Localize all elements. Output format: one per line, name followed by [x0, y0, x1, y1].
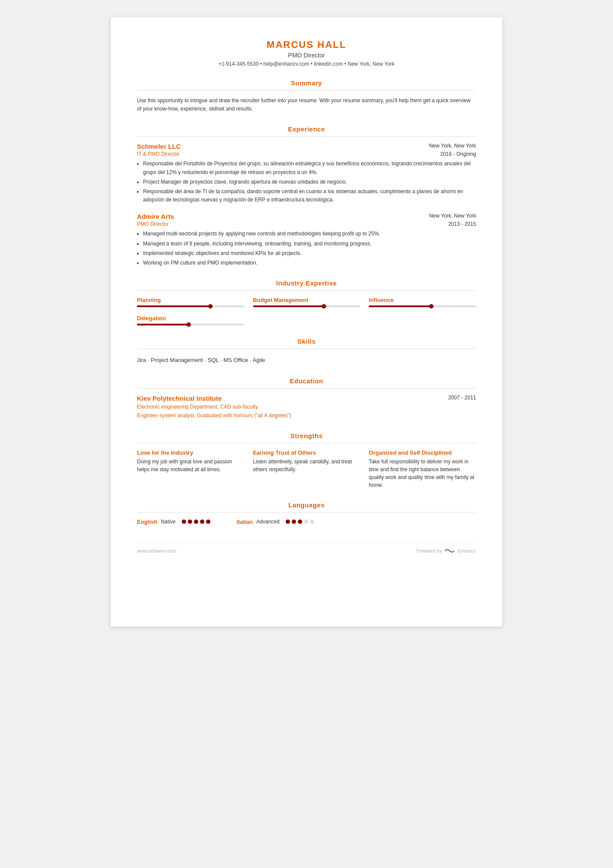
- summary-section: Summary Use this opportunity to intrigue…: [137, 79, 476, 113]
- exp-location: New York, New York: [429, 143, 476, 149]
- exp-role-line: IT & PMO Director2016 - Ongoing: [137, 151, 476, 157]
- edu-left: Kiev Polytechnical InstituteElectronic e…: [137, 395, 291, 419]
- dot-empty: [304, 519, 308, 524]
- summary-title: Summary: [137, 79, 476, 87]
- language-name: English: [137, 519, 157, 525]
- exp-header: Schmeler LLCNew York, New York: [137, 143, 476, 150]
- resume-page: MARCUS HALL PMO Director +1-914-345-5530…: [111, 17, 502, 627]
- exp-dates: 2013 - 2015: [448, 221, 476, 227]
- language-dots: [182, 519, 210, 524]
- exp-bullet-item: Responsable del área de TI de la compañí…: [143, 188, 476, 204]
- exp-company: Admire Arts: [137, 213, 174, 220]
- dot-filled: [188, 519, 192, 524]
- exp-role-line: PMO Director2013 - 2015: [137, 221, 476, 227]
- language-name: Italian: [237, 519, 253, 525]
- strength-desc: Listen attentively, speak candidly, and …: [253, 458, 360, 473]
- skill-bar-fill: [369, 305, 433, 307]
- experience-entry: Admire ArtsNew York, New YorkPMO Directo…: [137, 213, 476, 267]
- strength-desc: Take full responsibility to deliver my w…: [369, 458, 476, 489]
- experience-entries: Schmeler LLCNew York, New YorkIT & PMO D…: [137, 143, 476, 267]
- languages-row: EnglishNativeItalianAdvanced: [137, 519, 476, 525]
- skill-bar-fill: [137, 324, 190, 325]
- page-footer: www.enhancv.com Powered by Enhancv: [137, 543, 476, 554]
- footer-brand: Powered by Enhancv: [416, 547, 476, 554]
- experience-title: Experience: [137, 125, 476, 133]
- exp-bullet-item: Project Manager de proyectos clave, logr…: [143, 178, 476, 186]
- education-section: Education Kiev Polytechnical InstituteEl…: [137, 377, 476, 419]
- powered-by-label: Powered by: [416, 548, 442, 553]
- strength-item: Organized and Self DisciplinedTake full …: [369, 449, 476, 489]
- strength-title: Love for the Industry: [137, 449, 244, 456]
- education-divider: [137, 388, 476, 389]
- skill-bar-bg: [369, 305, 476, 307]
- skill-bar-bg: [137, 324, 244, 325]
- languages-divider: [137, 512, 476, 513]
- dot-filled: [286, 519, 290, 524]
- footer-brand-name: Enhancv: [457, 548, 476, 553]
- languages-section: Languages EnglishNativeItalianAdvanced: [137, 501, 476, 525]
- dot-filled: [298, 519, 302, 524]
- exp-role: IT & PMO Director: [137, 151, 180, 157]
- exp-bullet-item: Implemented strategic objectives and mon…: [143, 249, 476, 258]
- skills-divider: [137, 349, 476, 349]
- enhancv-logo-icon: [444, 547, 455, 554]
- exp-header: Admire ArtsNew York, New York: [137, 213, 476, 220]
- education-entries: Kiev Polytechnical InstituteElectronic e…: [137, 395, 476, 419]
- edu-detail: Engineer-system analyst, Graduated with …: [137, 412, 291, 420]
- dot-filled: [194, 519, 198, 524]
- strengths-grid: Love for the IndustryDoing my job with g…: [137, 449, 476, 489]
- skill-item: Planning: [137, 297, 244, 307]
- exp-location: New York, New York: [429, 213, 476, 219]
- strength-title: Earning Trust of Others: [253, 449, 360, 456]
- experience-divider: [137, 136, 476, 137]
- edu-header: Kiev Polytechnical InstituteElectronic e…: [137, 395, 476, 419]
- language-item: ItalianAdvanced: [237, 519, 314, 525]
- summary-divider: [137, 90, 476, 90]
- footer-website: www.enhancv.com: [137, 548, 177, 553]
- edu-detail: Electronic engineering Department, CAD s…: [137, 403, 291, 411]
- language-level: Native: [161, 519, 176, 525]
- skill-bar-dot: [208, 304, 213, 308]
- skill-item: Budget Management: [253, 297, 360, 307]
- experience-section: Experience Schmeler LLCNew York, New Yor…: [137, 125, 476, 267]
- industry-skills-grid: PlanningBudget ManagementInfluenceDelega…: [137, 297, 476, 325]
- exp-bullet-item: Working on PM culture and PMO implementa…: [143, 259, 476, 267]
- edu-dates: 2007 - 2011: [448, 395, 476, 401]
- skill-bar-dot: [429, 304, 433, 308]
- skill-item: Influence: [369, 297, 476, 307]
- industry-expertise-title: Industry Expertise: [137, 279, 476, 287]
- industry-expertise-section: Industry Expertise PlanningBudget Manage…: [137, 279, 476, 325]
- exp-bullet-item: Responsable del Portafolio de Proyectos …: [143, 160, 476, 176]
- skill-bar-fill: [253, 305, 326, 307]
- education-title: Education: [137, 377, 476, 385]
- skill-bar-dot: [187, 322, 191, 327]
- skill-label: Delegation: [137, 315, 244, 322]
- skill-bar-dot: [322, 304, 326, 308]
- summary-text: Use this opportunity to intrigue and dra…: [137, 97, 476, 113]
- dot-filled: [200, 519, 204, 524]
- strengths-section: Strengths Love for the IndustryDoing my …: [137, 432, 476, 489]
- strength-desc: Doing my job with great love and passion…: [137, 458, 244, 473]
- exp-bullet-item: Managed multi-sectoral projects by apply…: [143, 230, 476, 238]
- experience-entry: Schmeler LLCNew York, New YorkIT & PMO D…: [137, 143, 476, 204]
- edu-school: Kiev Polytechnical Institute: [137, 395, 291, 402]
- language-level: Advanced: [257, 519, 280, 525]
- candidate-title: PMO Director: [137, 52, 476, 59]
- resume-header: MARCUS HALL PMO Director +1-914-345-5530…: [137, 39, 476, 67]
- strength-item: Earning Trust of OthersListen attentivel…: [253, 449, 360, 489]
- dot-filled: [206, 519, 210, 524]
- skill-bar-fill: [137, 305, 212, 307]
- skill-label: Budget Management: [253, 297, 360, 303]
- strength-title: Organized and Self Disciplined: [369, 449, 476, 456]
- strengths-title: Strengths: [137, 432, 476, 439]
- skills-title: Skills: [137, 338, 476, 345]
- exp-role: PMO Director: [137, 221, 169, 227]
- exp-dates: 2016 - Ongoing: [440, 151, 476, 157]
- exp-bullet-item: Managed a team of 8 people, including in…: [143, 240, 476, 248]
- industry-expertise-divider: [137, 290, 476, 291]
- strengths-divider: [137, 443, 476, 443]
- languages-title: Languages: [137, 501, 476, 509]
- skill-item: Delegation: [137, 315, 244, 325]
- candidate-contact: +1-914-345-5530 • help@enhancv.com • lin…: [137, 61, 476, 67]
- skills-section: Skills Jira · Project Management · SQL ·…: [137, 338, 476, 365]
